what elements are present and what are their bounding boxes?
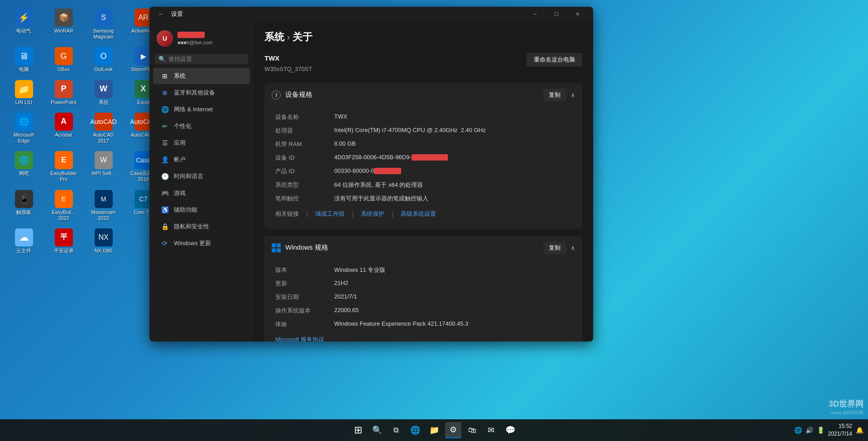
- desktop-icon-wangba[interactable]: 🌐 网吧: [7, 149, 41, 184]
- device-specs-row-cpu: 处理器 Intel(R) Core(TM) i7-4700MQ CPU @ 2.…: [275, 124, 571, 138]
- minimize-button[interactable]: ─: [525, 7, 545, 21]
- title-bar: ← 设置 ─ ☐ ✕: [149, 7, 593, 21]
- rename-pc-button[interactable]: 重命名这台电脑: [527, 53, 582, 66]
- device-specs-card: ℹ 设备规格 复制 ∧ 设备名称 TWX: [264, 83, 582, 229]
- accessibility-icon: ♿: [160, 205, 169, 214]
- value-ram: 8.00 GB: [334, 140, 571, 148]
- sidebar-item-network-label: 网络 & Internet: [174, 105, 213, 114]
- taskbar-network-icon[interactable]: 🌐: [794, 427, 802, 434]
- sidebar-item-bluetooth-label: 蓝牙和其他设备: [174, 89, 215, 97]
- taskbar-edge-button[interactable]: 🌐: [407, 422, 423, 438]
- divider3: |: [392, 210, 393, 218]
- personalization-icon: ✏: [160, 122, 169, 131]
- system-protection-link[interactable]: 系统保护: [361, 210, 384, 218]
- taskbar-notification-icon[interactable]: 🔔: [856, 427, 863, 434]
- clock-date: 2021/7/14: [828, 430, 852, 438]
- device-name-text: TWX W35xSTQ_370ST: [264, 53, 312, 74]
- label-pen-touch: 笔和触控: [275, 194, 334, 203]
- label-edition: 版本: [275, 266, 334, 274]
- label-device-name: 设备名称: [275, 113, 334, 121]
- taskbar-start-button[interactable]: ⊞: [350, 422, 366, 438]
- value-system-type: 64 位操作系统, 基于 x64 的处理器: [334, 181, 571, 189]
- label-os-build: 操作系统版本: [275, 307, 334, 315]
- sidebar-item-apps[interactable]: ☰ 应用: [153, 135, 250, 151]
- desktop-icon-gbox[interactable]: G GBox: [47, 45, 81, 74]
- taskbar-explorer-button[interactable]: 📁: [426, 422, 442, 438]
- desktop-icon-samsung[interactable]: S Samsung Magician: [86, 7, 120, 42]
- desktop-icon-diandong[interactable]: ⚡ 电动气: [7, 7, 41, 42]
- taskbar-battery-icon[interactable]: 🔋: [817, 427, 825, 434]
- breadcrumb-parent: 系统: [264, 30, 284, 44]
- desktop: ⚡ 电动气 📦 WinRAR S Samsung Magician AR Act…: [0, 0, 868, 441]
- sidebar-item-windows-update-label: Windows 更新: [174, 239, 211, 247]
- copy-device-specs-button[interactable]: 复制: [543, 89, 566, 101]
- desktop-icon-wpisoft[interactable]: W WPI Soft...: [86, 149, 120, 184]
- taskbar-clock[interactable]: 15:52 2021/7/14: [828, 422, 852, 438]
- desktop-icon-cloud[interactable]: ☁ 云文件: [7, 227, 41, 256]
- privacy-icon: 🔒: [160, 222, 169, 231]
- windows-specs-card: Windows 规格 复制 ∧ 版本 Windows 11 专业版: [264, 236, 582, 341]
- ms-service-agreement-link[interactable]: Microsoft 服务协议: [275, 336, 571, 341]
- taskbar-taskview-button[interactable]: ⧉: [388, 422, 404, 438]
- desktop-icon-edge[interactable]: 🌐 Microsoft Edge: [7, 111, 41, 146]
- label-ram: 机带 RAM: [275, 140, 334, 148]
- taskbar-teams-button[interactable]: 💬: [502, 422, 518, 438]
- sidebar-item-network[interactable]: 🌐 网络 & Internet: [153, 101, 250, 118]
- sidebar-item-accounts[interactable]: 👤 帐户: [153, 152, 250, 168]
- sidebar-item-windows-update[interactable]: ⟳ Windows 更新: [153, 235, 250, 251]
- desktop-icon-pingan[interactable]: 平 平安证券: [47, 227, 81, 256]
- time-icon: 🕐: [160, 172, 169, 181]
- breadcrumb: 系统 › 关于: [264, 30, 582, 44]
- advanced-system-settings-link[interactable]: 高级系统设置: [401, 210, 436, 218]
- sidebar-item-bluetooth[interactable]: ⊕ 蓝牙和其他设备: [153, 85, 250, 101]
- desktop-icon-touchpanel[interactable]: 📱 触摸板: [7, 188, 41, 223]
- search-icon: 🔍: [158, 56, 166, 62]
- taskbar-search-button[interactable]: 🔍: [369, 422, 385, 438]
- close-button[interactable]: ✕: [567, 7, 588, 21]
- taskbar-store-button[interactable]: 🛍: [464, 422, 480, 438]
- sidebar-item-time-label: 时间和语言: [174, 172, 203, 180]
- window-title: 设置: [171, 10, 183, 18]
- device-specs-header[interactable]: ℹ 设备规格 复制 ∧: [264, 83, 582, 107]
- desktop-icon-easybuilder[interactable]: E EasyBuilder Pro: [47, 149, 81, 184]
- sidebar-item-xitong[interactable]: ⊞ 系统: [153, 68, 250, 84]
- watermark-url: www.3d65W网: [829, 409, 863, 416]
- desktop-icon-linliu[interactable]: 📁 LIN LIU: [7, 78, 41, 107]
- desktop-icon-acrobat[interactable]: A Acrobat: [47, 111, 81, 146]
- windows-specs-header[interactable]: Windows 规格 复制 ∧: [264, 236, 582, 260]
- taskbar-mail-button[interactable]: ✉: [483, 422, 499, 438]
- sidebar-item-personalization[interactable]: ✏ 个性化: [153, 118, 250, 134]
- related-links: 相关链接 | 域或工作组 | 系统保护 | 高级系统设置: [275, 210, 571, 218]
- desktop-icon-autocad17[interactable]: AutoCAD AutoCAD 2017: [86, 111, 120, 146]
- sidebar-item-time[interactable]: 🕐 时间和语言: [153, 168, 250, 185]
- desktop-icon-powerpoint[interactable]: P PowerPoint: [47, 78, 81, 107]
- back-button[interactable]: ←: [155, 8, 168, 20]
- desktop-icon-winrar[interactable]: 📦 WinRAR: [47, 7, 81, 42]
- windows-row-experience: 体验 Windows Feature Experience Pack 421.1…: [275, 318, 571, 331]
- windows-logo-icon: [272, 243, 281, 252]
- desktop-icon-word[interactable]: W 系统: [86, 78, 120, 107]
- desktop-icon-mastercam[interactable]: M Mastercam 2022: [86, 188, 120, 223]
- search-input[interactable]: [168, 56, 245, 62]
- maximize-button[interactable]: ☐: [546, 7, 566, 21]
- desktop-icon-outlook[interactable]: O OutLook: [86, 45, 120, 74]
- taskbar-volume-icon[interactable]: 🔊: [806, 427, 813, 434]
- desktop-icon-nx380[interactable]: NX NX I380: [86, 227, 120, 256]
- desktop-icon-easybuilder22[interactable]: E EasyBuil... 2022: [47, 188, 81, 223]
- value-processor: Intel(R) Core(TM) i7-4700MQ CPU @ 2.40GH…: [334, 127, 571, 135]
- device-specs-header-right: 复制 ∧: [543, 89, 575, 101]
- sidebar-item-gaming[interactable]: 🎮 游戏: [153, 185, 250, 201]
- copy-windows-specs-button[interactable]: 复制: [543, 242, 566, 254]
- windows-specs-title: Windows 规格: [285, 243, 328, 252]
- windows-specs-header-right: 复制 ∧: [543, 242, 575, 254]
- collapse-icon: ∧: [571, 91, 575, 99]
- content-area: U ■■■h@live.com 🔍 ⊞ 系统: [149, 21, 593, 341]
- sidebar-item-privacy-label: 隐私和安全性: [174, 223, 209, 231]
- sidebar-item-accessibility[interactable]: ♿ 辅助功能: [153, 202, 250, 218]
- divider2: |: [352, 210, 354, 218]
- sidebar-item-privacy[interactable]: 🔒 隐私和安全性: [153, 218, 250, 235]
- taskbar-settings-button[interactable]: ⚙: [445, 422, 461, 438]
- window-controls: ─ ☐ ✕: [525, 7, 588, 21]
- domain-workgroup-link[interactable]: 域或工作组: [315, 210, 345, 218]
- desktop-icon-diandian[interactable]: 🖥 电脑: [7, 45, 41, 74]
